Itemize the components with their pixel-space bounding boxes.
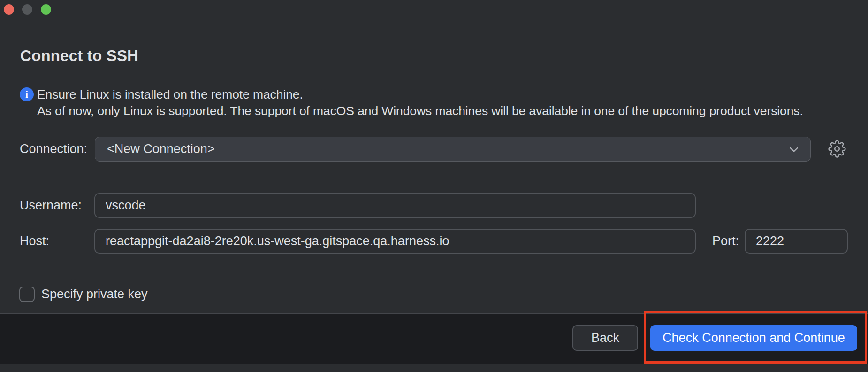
info-icon: i	[20, 87, 34, 101]
username-field[interactable]	[94, 193, 696, 218]
connect-to-ssh-dialog: Connect to SSH i Ensure Linux is install…	[0, 0, 868, 372]
info-banner: Ensure Linux is installed on the remote …	[37, 86, 803, 119]
specify-private-key-checkbox[interactable]	[19, 287, 35, 302]
specify-private-key-label[interactable]: Specify private key	[41, 287, 148, 302]
connection-label: Connection:	[20, 137, 87, 162]
info-line-1: Ensure Linux is installed on the remote …	[37, 86, 803, 103]
gear-icon	[828, 140, 846, 158]
info-line-2: As of now, only Linux is supported. The …	[37, 103, 803, 119]
username-label: Username:	[20, 193, 82, 218]
connection-settings-button[interactable]	[828, 140, 846, 158]
host-label: Host:	[20, 229, 49, 254]
window-minimize-button[interactable]	[22, 4, 32, 15]
window-maximize-button[interactable]	[41, 4, 51, 15]
host-field[interactable]	[94, 229, 696, 254]
port-label: Port:	[712, 229, 739, 254]
port-field[interactable]	[745, 229, 848, 254]
connection-select[interactable]: <New Connection>	[95, 137, 811, 162]
back-button[interactable]: Back	[572, 325, 638, 351]
page-title: Connect to SSH	[20, 47, 138, 65]
chevron-down-icon	[787, 142, 801, 156]
connection-selected-value: <New Connection>	[95, 142, 787, 156]
window-close-button[interactable]	[4, 4, 14, 15]
check-connection-and-continue-button[interactable]: Check Connection and Continue	[650, 325, 857, 351]
